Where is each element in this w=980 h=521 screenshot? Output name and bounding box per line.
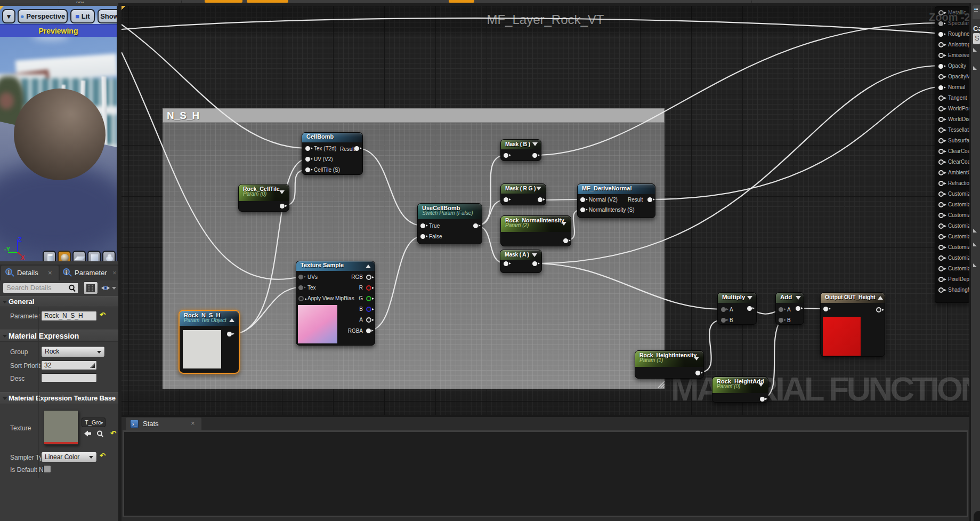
svg-text:Z: Z <box>18 236 22 243</box>
svg-text:X: X <box>21 254 25 261</box>
svg-text:-Y: -Y <box>4 246 11 252</box>
